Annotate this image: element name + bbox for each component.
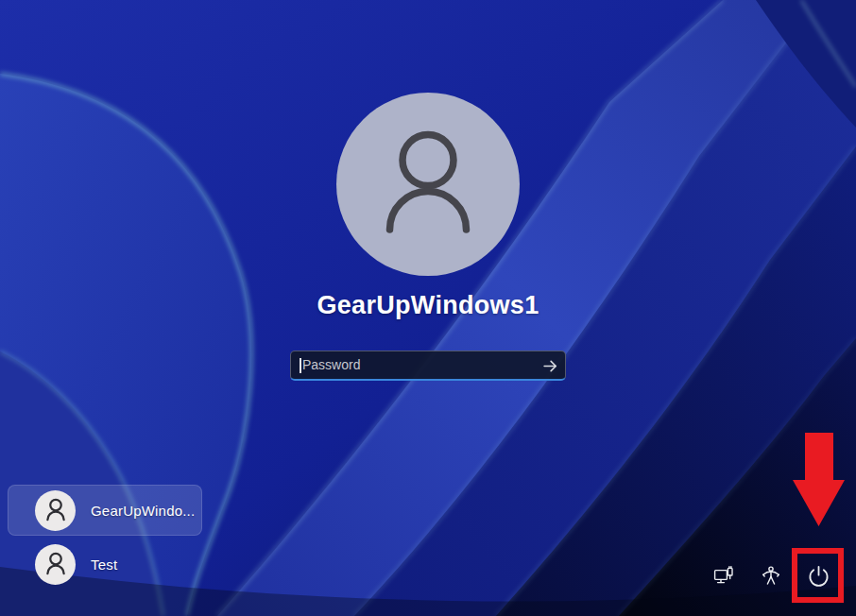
user-list: GearUpWindo... Test (8, 485, 202, 590)
network-icon (712, 565, 735, 588)
accessibility-button[interactable] (750, 556, 792, 597)
person-icon (41, 495, 71, 525)
quick-actions (703, 556, 839, 597)
person-icon (357, 113, 499, 255)
user-avatar-small (35, 490, 76, 531)
user-avatar-small (35, 544, 76, 585)
power-button[interactable] (797, 556, 839, 597)
password-input[interactable] (291, 351, 533, 379)
submit-password-button[interactable] (537, 353, 563, 378)
accessibility-icon (760, 565, 782, 588)
network-button[interactable] (703, 556, 745, 597)
person-icon (41, 549, 71, 579)
user-item-label: GearUpWindo... (91, 503, 195, 519)
user-item-label: Test (91, 556, 117, 573)
user-list-item-gearupwindows[interactable]: GearUpWindo... (8, 485, 202, 536)
power-icon (806, 564, 831, 590)
password-field (290, 351, 566, 381)
user-list-item-test[interactable]: Test (8, 539, 202, 590)
user-avatar (336, 93, 520, 276)
arrow-right-icon (542, 358, 558, 374)
username-label: GearUpWindows1 (0, 291, 856, 320)
login-screen: GearUpWindows1 GearUpWindo... (0, 0, 856, 616)
